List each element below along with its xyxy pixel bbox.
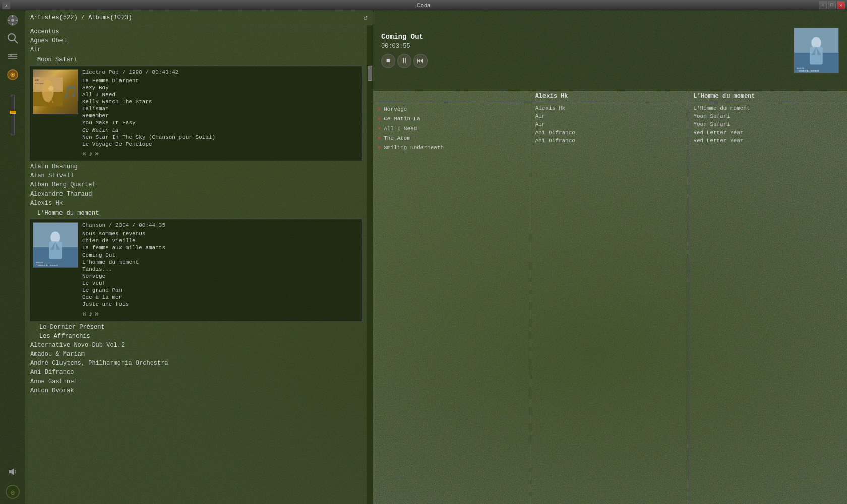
prev-album-button-2[interactable]: « <box>82 310 86 318</box>
queue-item[interactable]: ✕ Ce Matin La <box>373 114 531 123</box>
track-item[interactable]: Juste une fois <box>82 301 359 308</box>
track-item[interactable]: Remember <box>82 112 359 119</box>
sidebar-music-icon[interactable] <box>5 67 21 83</box>
artist-alban-berg-quartet[interactable]: Alban Berg Quartet <box>25 180 367 190</box>
album-cover-lhomme: l'homme du moment alexis hk <box>33 222 78 268</box>
album-les-affranchis[interactable]: Les Affranchis <box>25 332 367 341</box>
queue-item[interactable]: ✕ Smiling Underneath <box>373 143 531 152</box>
queue-col-header-tracks <box>373 91 531 102</box>
track-item[interactable]: Ode à la mer <box>82 294 359 301</box>
queue-album-name: L'Homme du moment <box>693 105 843 111</box>
track-item[interactable]: L'homme du moment <box>82 259 359 266</box>
track-item[interactable]: You Make It Easy <box>82 119 359 127</box>
queue-item[interactable]: Air <box>531 112 689 120</box>
play-button[interactable]: ♪ <box>88 150 92 158</box>
artist-alexis-hk[interactable]: Alexis Hk <box>25 199 367 208</box>
album-cover-moon-safari: AIR Moon Safari <box>33 69 78 114</box>
library-reset-button[interactable]: ↺ <box>364 13 368 22</box>
sidebar-logo-icon[interactable]: ◎ <box>5 484 21 500</box>
artist-amadou-mariam[interactable]: Amadou & Mariam <box>25 350 367 359</box>
remove-queue-item[interactable]: ✕ <box>377 105 381 113</box>
next-album-button-2[interactable]: » <box>95 310 99 318</box>
track-item[interactable]: Le Voyage De Penelope <box>82 141 359 148</box>
svg-rect-41 <box>810 47 822 64</box>
artist-alternative-novo-dub[interactable]: Alternative Novo-Dub Vol.2 <box>25 341 367 350</box>
artist-ani-difranco[interactable]: Ani Difranco <box>25 368 367 377</box>
remove-queue-item[interactable]: ✕ <box>377 144 381 151</box>
track-item[interactable]: La Femme D'argent <box>82 77 359 84</box>
remove-queue-item[interactable]: ✕ <box>377 124 381 132</box>
queue-col-tracks: ✕ Norvège ✕ Ce Matin La ✕ All I Need ✕ T… <box>373 91 531 504</box>
remove-queue-item[interactable]: ✕ <box>377 115 381 122</box>
track-item[interactable]: Chien de vieille <box>82 237 359 244</box>
track-item[interactable]: Tandis... <box>82 266 359 273</box>
queue-item[interactable]: L'Homme du moment <box>689 104 847 112</box>
artist-anton-dvorak[interactable]: Anton Dvorak <box>25 386 367 395</box>
track-item[interactable]: Le grand Pan <box>82 287 359 294</box>
artist-anne-gastinel[interactable]: Anne Gastinel <box>25 377 367 386</box>
close-button[interactable]: ✕ <box>837 1 845 9</box>
album-title-moon-safari[interactable]: Moon Safari <box>25 55 367 65</box>
artist-alan-stivell[interactable]: Alan Stivell <box>25 171 367 180</box>
queue-item[interactable]: Air <box>531 120 689 129</box>
artist-alexandre-tharaud[interactable]: Alexandre Tharaud <box>25 190 367 199</box>
queue-item[interactable]: Moon Safari <box>689 120 847 129</box>
sidebar-equalizer-icon[interactable]: ≠ <box>5 48 21 65</box>
svg-line-9 <box>14 40 18 43</box>
artist-air[interactable]: Air <box>25 45 367 54</box>
queue-col-header-artists: Alexis Hk <box>531 91 689 102</box>
library-header: Artistes(522) / Albums(1023) ↺ <box>25 10 373 25</box>
album-title-lhomme[interactable]: L'Homme du moment <box>25 209 367 218</box>
sidebar-speaker-icon[interactable] <box>5 464 21 480</box>
artist-andre-cluytens[interactable]: André Cluytens, Philharmonia Orchestra <box>25 359 367 368</box>
remove-queue-item[interactable]: ✕ <box>377 134 381 142</box>
track-item[interactable]: Norvège <box>82 273 359 280</box>
maximize-button[interactable]: □ <box>828 1 836 9</box>
queue-item[interactable]: Ani Difranco <box>531 137 689 145</box>
track-item[interactable]: Le veuf <box>82 280 359 287</box>
main-container: ≠ ◎ <box>0 10 847 504</box>
prev-button[interactable]: ⏮ <box>413 54 428 68</box>
queue-item[interactable]: ✕ Norvège <box>373 104 531 114</box>
album-lhomme-du-moment: L'Homme du moment <box>25 209 367 322</box>
album-moon-safari: Moon Safari AIR Moon Safari <box>25 55 367 161</box>
queue-item[interactable]: Alexis Hk <box>531 104 689 112</box>
minimize-button[interactable]: – <box>819 1 827 9</box>
track-item[interactable]: Kelly Watch The Stars <box>82 98 359 105</box>
stop-button[interactable]: ■ <box>381 54 395 68</box>
scrollbar-thumb[interactable] <box>368 66 372 81</box>
album-le-dernier-present[interactable]: Le Dernier Présent <box>25 323 367 332</box>
sidebar-settings-icon[interactable] <box>5 12 21 28</box>
track-item[interactable]: Ce Matin La <box>82 127 359 134</box>
queue-item[interactable]: ✕ The Atom <box>373 133 531 143</box>
artist-accentus[interactable]: Accentus <box>25 27 367 36</box>
queue-item[interactable]: Red Letter Year <box>689 129 847 137</box>
track-item[interactable]: Coming Out <box>82 251 359 259</box>
track-item[interactable]: La femme aux mille amants <box>82 244 359 251</box>
artist-alain-bashung[interactable]: Alain Bashung <box>25 162 367 171</box>
queue-item[interactable]: ✕ All I Need <box>373 123 531 133</box>
prev-album-button[interactable]: « <box>82 150 86 158</box>
svg-text:alexis hk: alexis hk <box>797 67 804 69</box>
queue-item[interactable]: Moon Safari <box>689 112 847 120</box>
play-button-2[interactable]: ♪ <box>88 310 92 318</box>
pause-button[interactable]: ⏸ <box>397 54 411 68</box>
sidebar-search-icon[interactable] <box>5 30 21 46</box>
track-item[interactable]: New Star In The Sky (Chanson pour Solal) <box>82 134 359 141</box>
track-item[interactable]: All I Need <box>82 91 359 98</box>
queue-item[interactable]: Ani Difranco <box>531 129 689 137</box>
svg-text:AIR: AIR <box>35 79 39 82</box>
library-list: Accentus Agnes Obel Air Moon Safari <box>25 25 367 504</box>
window-title: Coda <box>417 2 430 8</box>
queue-col-header-albums: L'Homme du moment <box>689 91 847 102</box>
svg-rect-7 <box>16 20 18 21</box>
track-item[interactable]: Sexy Boy <box>82 84 359 91</box>
library-scrollbar[interactable] <box>367 25 373 504</box>
track-item[interactable]: Nous sommes revenus <box>82 230 359 237</box>
volume-slider[interactable] <box>11 95 15 135</box>
queue-item[interactable]: Red Letter Year <box>689 137 847 145</box>
next-album-button[interactable]: » <box>95 150 99 158</box>
artist-agnes-obel[interactable]: Agnes Obel <box>25 36 367 45</box>
track-item[interactable]: Talisman <box>82 105 359 112</box>
volume-control <box>11 95 15 135</box>
